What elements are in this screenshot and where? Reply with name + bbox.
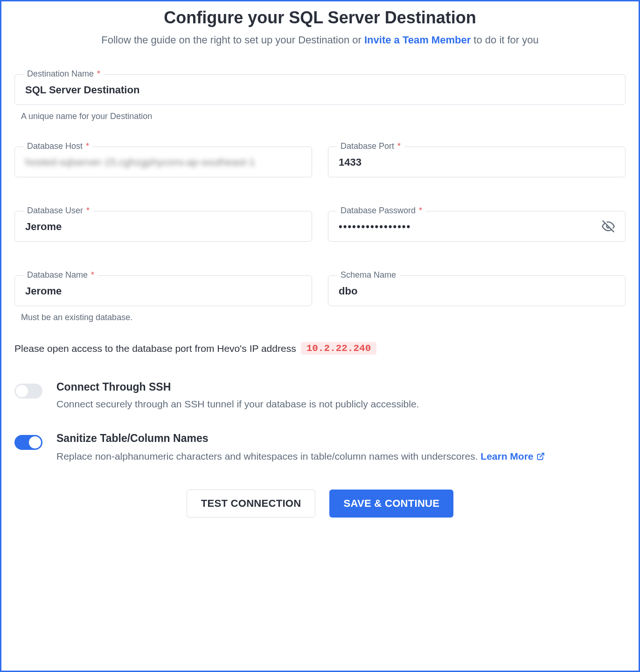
subtitle-post: to do it for you: [471, 34, 539, 46]
database-user-input[interactable]: [25, 221, 301, 233]
sanitize-toggle-desc: Replace non-alphanumeric characters and …: [56, 448, 545, 463]
page-subtitle: Follow the guide on the right to set up …: [14, 34, 626, 46]
database-user-field[interactable]: Database User *: [14, 211, 312, 242]
database-password-input[interactable]: [339, 221, 615, 233]
sanitize-toggle[interactable]: [14, 435, 42, 450]
schema-name-input[interactable]: [339, 285, 615, 297]
sanitize-toggle-title: Sanitize Table/Column Names: [56, 432, 545, 445]
database-host-field[interactable]: Database Host *: [14, 147, 312, 177]
page-title: Configure your SQL Server Destination: [14, 8, 626, 28]
destination-name-label: Destination Name *: [23, 69, 104, 79]
external-link-icon: [536, 452, 545, 461]
schema-name-field[interactable]: Schema Name: [328, 275, 626, 306]
learn-more-link[interactable]: Learn More: [480, 449, 544, 463]
database-name-field[interactable]: Database Name *: [14, 275, 312, 306]
database-name-helper: Must be an existing database.: [21, 313, 312, 322]
ip-note-text: Please open access to the database port …: [14, 343, 296, 354]
database-port-input[interactable]: [339, 156, 615, 168]
test-connection-button[interactable]: TEST CONNECTION: [187, 490, 316, 518]
ip-access-note: Please open access to the database port …: [14, 342, 626, 355]
database-name-input[interactable]: [25, 285, 301, 297]
database-user-label: Database User *: [23, 206, 93, 216]
database-host-label: Database Host *: [23, 141, 93, 151]
destination-name-input[interactable]: [25, 84, 615, 96]
destination-name-field[interactable]: Destination Name *: [14, 74, 626, 105]
database-port-field[interactable]: Database Port *: [328, 147, 626, 177]
ip-chip: 10.2.22.240: [301, 342, 377, 355]
subtitle-pre: Follow the guide on the right to set up …: [101, 34, 364, 46]
eye-off-icon[interactable]: [602, 220, 615, 233]
database-password-field[interactable]: Database Password *: [328, 211, 626, 242]
database-name-label: Database Name *: [23, 270, 98, 280]
destination-name-helper: A unique name for your Destination: [21, 112, 626, 121]
database-host-input[interactable]: [25, 156, 301, 168]
database-port-label: Database Port *: [337, 141, 404, 151]
ssh-toggle-title: Connect Through SSH: [56, 381, 419, 393]
save-continue-button[interactable]: SAVE & CONTINUE: [329, 490, 453, 518]
invite-team-member-link[interactable]: Invite a Team Member: [364, 34, 471, 46]
ssh-toggle[interactable]: [14, 384, 42, 399]
schema-name-label: Schema Name: [337, 270, 400, 280]
ssh-toggle-desc: Connect securely through an SSH tunnel i…: [56, 397, 419, 411]
svg-line-1: [540, 453, 543, 457]
database-password-label: Database Password *: [337, 206, 426, 216]
